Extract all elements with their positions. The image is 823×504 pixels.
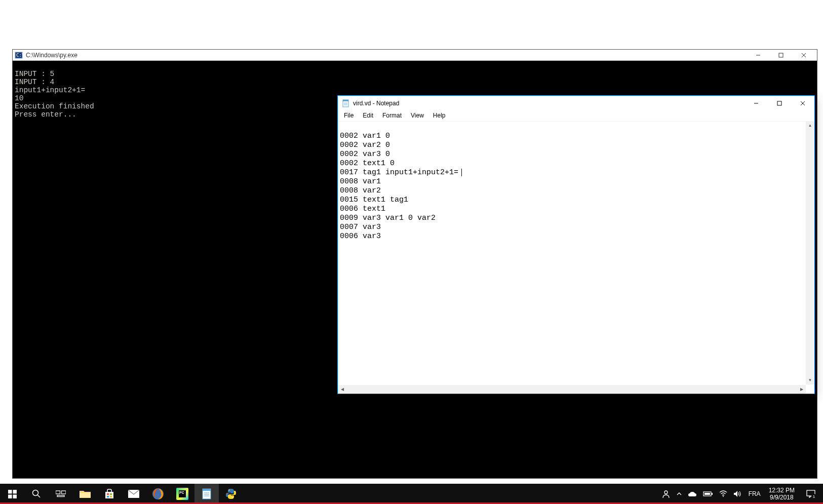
menu-format[interactable]: Format: [378, 111, 406, 121]
notepad-minimize-button[interactable]: [744, 96, 768, 111]
battery-tray-icon[interactable]: [700, 484, 716, 504]
text-cursor: [461, 169, 462, 176]
pycharm-taskbar[interactable]: PC: [170, 484, 194, 504]
onedrive-tray-icon[interactable]: [685, 484, 700, 504]
notepad-line: 0002 var2 0: [340, 141, 390, 149]
svg-point-19: [33, 490, 38, 496]
console-minimize-button[interactable]: [747, 50, 769, 60]
clock-date: 9/9/2018: [769, 494, 795, 501]
notepad-text-area[interactable]: 0002 var1 0 0002 var2 0 0002 var3 0 0002…: [338, 121, 814, 394]
notepad-titlebar[interactable]: vird.vd - Notepad: [338, 96, 814, 111]
svg-rect-27: [110, 496, 112, 497]
search-button[interactable]: [24, 484, 49, 504]
notepad-menubar: File Edit Format View Help: [338, 111, 814, 121]
menu-edit[interactable]: Edit: [359, 111, 377, 121]
console-titlebar[interactable]: C:\ C:\Windows\py.exe: [13, 50, 817, 61]
notification-icon: 1: [806, 489, 816, 499]
svg-rect-12: [777, 101, 781, 105]
people-tray-icon[interactable]: [658, 484, 674, 504]
action-center-button[interactable]: 1: [799, 484, 823, 504]
mail-icon: [128, 489, 140, 498]
notepad-vertical-scrollbar[interactable]: ▲ ▼: [806, 121, 814, 384]
svg-line-20: [37, 495, 40, 497]
notepad-line: 0006 text1: [340, 205, 385, 213]
notepad-line: 0006 var3: [340, 232, 381, 241]
notepad-horizontal-scrollbar[interactable]: ◀ ▶: [338, 385, 806, 394]
notepad-title: vird.vd - Notepad: [353, 100, 744, 107]
svg-text:C:\: C:\: [16, 53, 23, 58]
svg-rect-17: [8, 494, 12, 498]
svg-point-35: [229, 490, 230, 491]
scroll-right-arrow-icon[interactable]: ▶: [797, 385, 806, 394]
mail-taskbar[interactable]: [122, 484, 146, 504]
notepad-line: 0007 var3: [340, 223, 381, 231]
taskbar-left: PC: [0, 484, 243, 504]
menu-file[interactable]: File: [340, 111, 358, 121]
python-icon: [225, 488, 237, 500]
svg-point-37: [664, 491, 668, 494]
notepad-line: 0009 var3 var1 0 var2: [340, 214, 436, 222]
console-maximize-button[interactable]: [769, 50, 792, 60]
svg-rect-7: [343, 100, 348, 101]
notepad-window: vird.vd - Notepad File Edit Format View …: [337, 95, 815, 394]
folder-icon: [79, 489, 91, 499]
console-title: C:\Windows\py.exe: [26, 52, 747, 59]
task-view-button[interactable]: [49, 484, 73, 504]
python-taskbar[interactable]: [219, 484, 243, 504]
svg-rect-39: [712, 493, 713, 495]
console-close-button[interactable]: [792, 50, 815, 60]
tray-expand-icon[interactable]: [674, 484, 685, 504]
svg-rect-3: [779, 53, 783, 57]
task-view-icon: [56, 490, 66, 498]
start-button[interactable]: [0, 484, 24, 504]
notepad-line: 0002 var1 0: [340, 132, 390, 140]
notepad-taskbar[interactable]: [194, 484, 219, 504]
scroll-down-arrow-icon[interactable]: ▼: [806, 376, 814, 384]
svg-point-36: [232, 497, 233, 498]
clock[interactable]: 12:32 PM 9/9/2018: [765, 487, 799, 501]
console-line: Press enter...: [15, 110, 76, 119]
svg-rect-23: [57, 495, 64, 497]
menu-view[interactable]: View: [407, 111, 428, 121]
svg-text:1: 1: [813, 494, 815, 499]
svg-rect-15: [8, 490, 12, 494]
wifi-tray-icon[interactable]: [716, 484, 730, 504]
svg-rect-40: [704, 493, 710, 495]
svg-rect-21: [56, 491, 60, 494]
store-taskbar[interactable]: [97, 484, 122, 504]
windows-logo-icon: [8, 490, 17, 498]
language-indicator[interactable]: FRA: [744, 490, 765, 497]
svg-rect-24: [107, 493, 109, 495]
notepad-line: 0008 var2: [340, 186, 381, 195]
console-line: INPUT : 5: [15, 70, 54, 78]
console-window-buttons: [747, 50, 815, 60]
notepad-line: 0008 var1: [340, 177, 381, 186]
clock-time: 12:32 PM: [769, 487, 795, 494]
notepad-maximize-button[interactable]: [768, 96, 791, 111]
notepad-line: 0002 text1 0: [340, 159, 395, 168]
console-line: Execution finished: [15, 102, 94, 110]
notepad-close-button[interactable]: [791, 96, 814, 111]
volume-tray-icon[interactable]: [730, 484, 744, 504]
svg-rect-31: [203, 489, 211, 491]
notepad-line: 0002 var3 0: [340, 150, 390, 159]
search-icon: [32, 489, 41, 498]
pycharm-icon: PC: [176, 488, 188, 500]
notepad-window-buttons: [744, 96, 814, 111]
svg-rect-18: [13, 494, 17, 498]
svg-rect-22: [62, 491, 66, 494]
firefox-icon: [152, 488, 164, 500]
file-explorer-taskbar[interactable]: [73, 484, 97, 504]
firefox-taskbar[interactable]: [146, 484, 170, 504]
svg-rect-26: [107, 496, 109, 497]
svg-point-41: [723, 496, 724, 497]
svg-rect-16: [13, 490, 17, 494]
menu-help[interactable]: Help: [429, 111, 450, 121]
notepad-taskbar-icon: [201, 488, 212, 500]
scroll-left-arrow-icon[interactable]: ◀: [338, 385, 346, 394]
scroll-up-arrow-icon[interactable]: ▲: [806, 121, 814, 130]
notepad-line: 0017 tag1 input1+input2+1=: [340, 168, 458, 177]
console-icon: C:\: [15, 51, 23, 59]
console-line: 10: [15, 94, 23, 102]
console-line: input1+input2+1=: [15, 86, 85, 94]
